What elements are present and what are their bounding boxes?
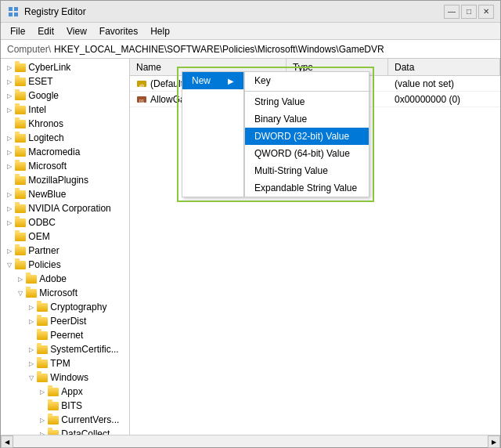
menu-favorites[interactable]: Favorites (93, 24, 144, 38)
folder-icon (15, 204, 26, 213)
tree-item-oem[interactable]: ▷ OEM (1, 229, 129, 244)
tree-item-khronos[interactable]: ▷ Khronos (1, 117, 129, 131)
tree-item-nvidia[interactable]: ▷ NVIDIA Corporation (1, 201, 129, 215)
ctx-item-key[interactable]: Key (245, 72, 369, 89)
ctx-label-qword: QWORD (64-bit) Value (254, 148, 350, 159)
title-bar-left: Registry Editor (7, 5, 86, 18)
tree-item-microsoft[interactable]: ▷ Microsoft (1, 159, 129, 173)
tree-label: Adobe (39, 273, 67, 284)
expander-icon: ▷ (4, 161, 15, 172)
ctx-item-multistring[interactable]: Multi-String Value (245, 162, 369, 179)
tree-label: Intel (28, 104, 46, 115)
expander-icon: ▽ (26, 372, 37, 383)
tree-item-partner[interactable]: ▷ Partner (1, 244, 129, 258)
menu-file[interactable]: File (4, 24, 31, 38)
tree-item-cryptography[interactable]: ▷ Cryptography (1, 300, 129, 314)
tree-item-newblue[interactable]: ▷ NewBlue (1, 187, 129, 201)
expander-icon: ▷ (4, 146, 15, 157)
ctx-item-dword[interactable]: DWORD (32-bit) Value (245, 128, 369, 145)
expander-icon: ▷ (26, 302, 37, 313)
tree-label: CurrentVers... (61, 414, 119, 425)
maximize-button[interactable]: □ (461, 5, 477, 19)
tree-label: Appx (61, 386, 82, 397)
tree-label: Cryptography (50, 302, 106, 313)
main-area: ▷ CyberLink ▷ ESET ▷ Google ▷ Intel ▷ (1, 59, 500, 435)
close-button[interactable]: ✕ (478, 5, 494, 19)
col-header-data[interactable]: Data (388, 59, 500, 75)
folder-icon (15, 176, 26, 185)
tree-label: Partner (28, 245, 59, 256)
tree-item-windows[interactable]: ▽ Windows (1, 370, 129, 385)
expander-icon: ▷ (4, 217, 15, 228)
address-label: Computer\ (7, 44, 51, 55)
folder-icon (15, 219, 26, 227)
tree-item-odbc[interactable]: ▷ ODBC (1, 215, 129, 229)
folder-icon (15, 120, 26, 128)
tree-item-mozillaplugins[interactable]: ▷ MozillaPlugins (1, 173, 129, 187)
tree-item-intel[interactable]: ▷ Intel (1, 103, 129, 117)
ctx-item-expandable[interactable]: Expandable String Value (245, 179, 369, 197)
cell-data-default: (value not set) (388, 78, 500, 89)
tree-item-systemcertific[interactable]: ▷ SystemCertific... (1, 342, 129, 356)
registry-editor-window: Registry Editor — □ ✕ File Edit View Fav… (0, 0, 501, 448)
tree-item-currentvers[interactable]: ▷ CurrentVers... (1, 413, 129, 427)
tree-label: Khronos (28, 118, 63, 129)
tree-item-adobe[interactable]: ▷ Adobe (1, 272, 129, 286)
tree-pane[interactable]: ▷ CyberLink ▷ ESET ▷ Google ▷ Intel ▷ (1, 59, 130, 435)
folder-icon (15, 106, 26, 114)
tree-item-cyberlink[interactable]: ▷ CyberLink (1, 60, 129, 74)
ctx-label-expandable: Expandable String Value (254, 182, 357, 193)
tree-item-peernet[interactable]: ▷ Peernet (1, 328, 129, 342)
expander-icon: ▷ (4, 245, 15, 256)
expander-icon: ▷ (26, 316, 37, 327)
tree-item-eset[interactable]: ▷ ESET (1, 74, 129, 89)
cell-data-allowgamedvr: 0x00000000 (0) (388, 94, 500, 105)
expander-icon: ▷ (4, 90, 15, 101)
context-menu-container: New ▶ Key String Value Binary V (177, 67, 374, 202)
tree-label: ESET (28, 76, 52, 87)
svg-text:01: 01 (139, 99, 145, 103)
tree-item-peerdist[interactable]: ▷ PeerDist (1, 314, 129, 328)
folder-icon (15, 148, 26, 157)
folder-icon (37, 345, 48, 354)
folder-icon (37, 359, 48, 368)
expander-icon: ▷ (4, 62, 15, 73)
tree-label: CyberLink (28, 62, 70, 73)
tree-item-tpm[interactable]: ▷ TPM (1, 356, 129, 370)
tree-item-policies[interactable]: ▽ Policies (1, 258, 129, 272)
svg-rect-1 (14, 7, 18, 11)
scroll-right[interactable]: ▶ (488, 435, 500, 448)
scroll-track (13, 435, 488, 447)
string-icon: ab (136, 78, 147, 89)
ctx-item-string[interactable]: String Value (245, 93, 369, 110)
ctx-separator (245, 91, 369, 92)
tree-label: TPM (50, 358, 70, 369)
expander-icon: ▷ (4, 76, 15, 87)
expander-icon: ▷ (4, 132, 15, 143)
tree-item-policies-microsoft[interactable]: ▽ Microsoft (1, 286, 129, 300)
folder-icon (37, 374, 48, 382)
scroll-left[interactable]: ◀ (1, 435, 13, 448)
svg-rect-0 (9, 7, 13, 11)
folder-icon (48, 416, 59, 425)
new-label: New (192, 75, 211, 86)
folder-icon (48, 402, 59, 410)
tree-item-appx[interactable]: ▷ Appx (1, 385, 129, 399)
tree-label: Logitech (28, 132, 63, 143)
tree-item-macromedia[interactable]: ▷ Macromedia (1, 145, 129, 159)
folder-icon (15, 134, 26, 143)
ctx-item-binary[interactable]: Binary Value (245, 110, 369, 128)
menu-view[interactable]: View (60, 24, 93, 38)
menu-help[interactable]: Help (144, 24, 176, 38)
minimize-button[interactable]: — (444, 5, 460, 19)
tree-label: Microsoft (39, 287, 77, 298)
tree-label: NewBlue (28, 189, 66, 200)
tree-item-logitech[interactable]: ▷ Logitech (1, 131, 129, 145)
ctx-label-key: Key (254, 75, 271, 86)
ctx-item-qword[interactable]: QWORD (64-bit) Value (245, 145, 369, 162)
tree-item-google[interactable]: ▷ Google (1, 89, 129, 103)
tree-item-datacollect[interactable]: ▷ DataCollect... (1, 427, 129, 435)
context-menu-item-new[interactable]: New ▶ (182, 72, 243, 89)
tree-item-bits[interactable]: ▷ BITS (1, 399, 129, 413)
menu-edit[interactable]: Edit (31, 24, 60, 38)
